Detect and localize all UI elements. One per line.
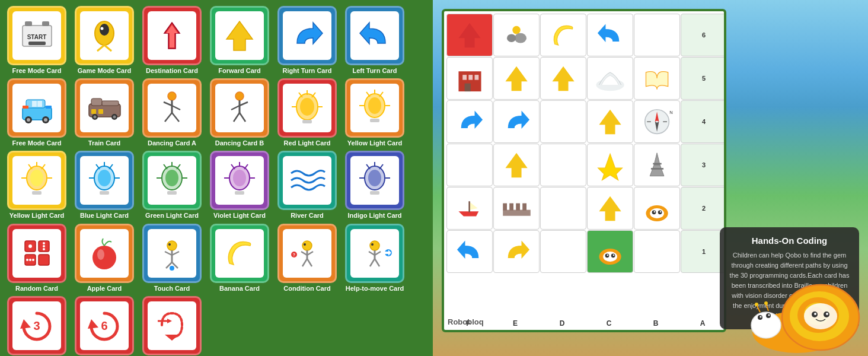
banana-card-inner <box>215 229 264 278</box>
red-light-card-item[interactable]: Red Light Card <box>275 78 339 147</box>
red-light-card-inner <box>283 84 331 132</box>
dancing-b-card-box <box>210 78 269 138</box>
svg-text:3: 3 <box>33 319 40 332</box>
svg-point-150 <box>507 34 516 42</box>
river-card-item[interactable]: River Card <box>275 151 339 220</box>
left-turn-card-inner <box>350 11 399 60</box>
river-label: River Card <box>291 212 324 220</box>
board-cell <box>634 57 680 100</box>
svg-point-105 <box>28 244 32 248</box>
svg-marker-140 <box>20 319 31 329</box>
svg-rect-68 <box>32 191 42 195</box>
svg-point-33 <box>168 92 176 100</box>
svg-point-109 <box>26 259 28 261</box>
card-row-1: Free Mode Card Train Card Dancing Card A <box>5 78 428 147</box>
board-cell <box>634 14 680 56</box>
game-board-panel: 6 5 N 4 3 <box>433 0 868 356</box>
green-light-card-item[interactable]: Green Light Card <box>140 151 204 220</box>
board-cell <box>540 100 586 143</box>
help-move-card-item[interactable]: Help-to-move Card <box>343 224 407 293</box>
left-turn-card-item[interactable]: Left Turn Card <box>343 6 407 75</box>
destination-card-item[interactable]: Destination Card <box>140 6 204 75</box>
svg-rect-175 <box>503 203 507 210</box>
svg-point-46 <box>300 98 314 116</box>
train-label: Train Card <box>88 139 120 147</box>
train-card-item[interactable]: Train Card <box>72 78 136 147</box>
svg-point-107 <box>43 245 45 247</box>
touch-label: Touch Card <box>154 285 190 293</box>
svg-rect-152 <box>462 75 467 80</box>
condition-card-box: ? <box>277 224 337 283</box>
svg-rect-52 <box>302 120 312 123</box>
free-mode-label: Free Mode Card <box>12 67 61 75</box>
loop3-card-item[interactable]: 3 Loop 3 Times Card <box>5 296 69 356</box>
loop6-card-item[interactable]: 6 Loop 6 Times Card <box>72 296 136 356</box>
blue-light-card-box <box>75 151 134 210</box>
board-cell <box>446 100 493 143</box>
board-cell-label: 6 <box>681 14 726 56</box>
board-cell <box>587 230 633 273</box>
train-card-inner <box>80 84 129 132</box>
svg-point-123 <box>304 243 306 246</box>
banana-card-item[interactable]: Banana Card <box>208 224 272 293</box>
touch-card-box <box>142 224 202 283</box>
svg-point-193 <box>751 312 781 338</box>
violet-light-card-item[interactable]: Violet Light Card <box>208 151 272 220</box>
blue-light-card-item[interactable]: Blue Light Card <box>72 151 136 220</box>
board-cell <box>493 14 540 56</box>
svg-rect-172 <box>468 201 470 212</box>
svg-rect-84 <box>167 191 177 195</box>
touch-card-item[interactable]: Touch Card <box>140 224 204 293</box>
svg-rect-155 <box>464 83 470 91</box>
end-loop-card-inner <box>148 301 196 350</box>
end-loop-card-item[interactable]: End Loop Card <box>140 296 204 356</box>
svg-point-19 <box>44 118 47 122</box>
dancing-a-card-box <box>142 78 202 138</box>
svg-line-37 <box>165 113 172 122</box>
random-label: Random Card <box>15 285 58 293</box>
help-move-label: Help-to-move Card <box>346 285 404 293</box>
yellow-light-label: Yellow Light Card <box>347 139 402 147</box>
card-row-4: 3 Loop 3 Times Card 6 Loop 6 Times Card … <box>5 296 428 356</box>
dancing-a-card-item[interactable]: Dancing Card A <box>140 78 204 147</box>
dancing-a-card-inner <box>148 84 196 132</box>
board-cell <box>540 144 586 186</box>
condition-card-item[interactable]: ? Condition Card <box>275 224 339 293</box>
indigo-light-card-item[interactable]: Indigo Light Card <box>343 151 407 220</box>
board-cell <box>634 144 680 186</box>
left-turn-label: Left Turn Card <box>353 67 397 75</box>
svg-point-187 <box>603 252 617 262</box>
game-mode-card-item[interactable]: Game Mode Card <box>72 6 136 75</box>
svg-rect-100 <box>370 191 379 195</box>
yellow-light-card-item[interactable]: Yellow Light Card <box>343 78 407 147</box>
random-card-item[interactable]: Random Card <box>5 224 69 293</box>
card-row-3: Random Card Apple Card Touch Card <box>5 224 428 293</box>
board-cell <box>493 187 540 230</box>
apple-card-item[interactable]: Apple Card <box>72 224 136 293</box>
right-turn-card-item[interactable]: Right Turn Card <box>275 6 339 75</box>
svg-line-127 <box>302 259 307 266</box>
yellow-light2-card-box <box>7 151 66 210</box>
destination-card-box <box>142 6 202 65</box>
end-loop-card-box <box>142 296 202 355</box>
board-cell <box>493 57 540 100</box>
svg-point-200 <box>755 303 758 306</box>
right-turn-card-inner <box>283 11 331 60</box>
police-car-card-item[interactable]: Free Mode Card <box>5 78 69 147</box>
svg-point-30 <box>113 115 116 118</box>
card-row-2: Yellow Light Card Blue Light Card Green … <box>5 151 428 220</box>
svg-point-39 <box>235 92 244 100</box>
svg-point-86 <box>233 170 246 186</box>
destination-label: Destination Card <box>146 67 198 75</box>
dancing-b-card-item[interactable]: Dancing Card B <box>208 78 272 147</box>
board-cell <box>587 100 633 143</box>
red-light-card-box <box>277 78 337 138</box>
svg-text:6: 6 <box>101 319 107 332</box>
banana-card-box <box>210 224 269 283</box>
svg-point-185 <box>659 211 661 212</box>
yellow-light2-card-inner <box>12 156 61 205</box>
svg-line-136 <box>370 259 375 266</box>
forward-card-item[interactable]: Forward Card <box>208 6 272 75</box>
free-mode-card-item[interactable]: START Free Mode Card <box>5 6 69 75</box>
yellow-light2-card-item[interactable]: Yellow Light Card <box>5 151 69 220</box>
